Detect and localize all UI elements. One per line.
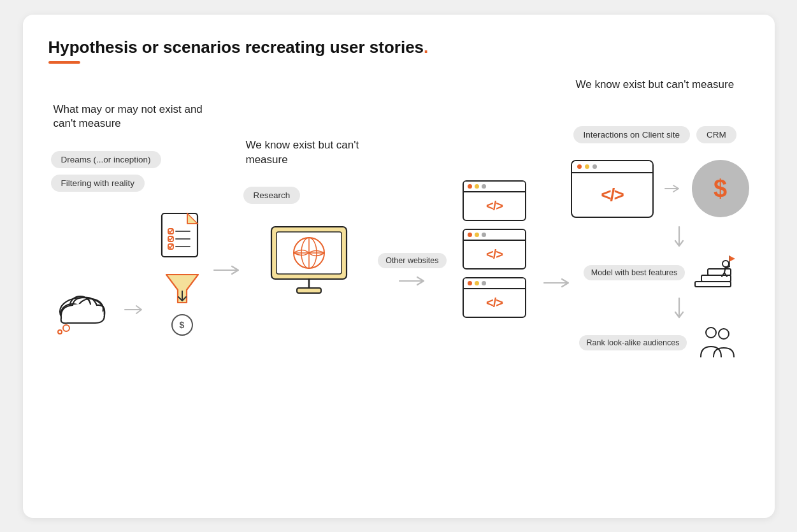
pill-filtering: Filtering with reality [51, 175, 145, 192]
other-browsers-list: </> </> [463, 180, 526, 318]
client-dot-green [592, 164, 597, 169]
col1-subtitle: What may or may not exist and can't meas… [48, 103, 213, 140]
col4-pills: Interactions on Client site CRM [571, 126, 749, 143]
monitor-area [268, 223, 350, 299]
flow-container: What may or may not exist and can't meas… [48, 78, 749, 361]
client-browser-window: </> [571, 160, 654, 218]
svg-point-8 [58, 330, 62, 334]
browser-body-2: </> [464, 241, 525, 268]
arrow-col3-col4 [543, 277, 571, 289]
code-tag-2: </> [486, 247, 503, 262]
pill-research: Research [243, 187, 301, 204]
browser-window-3: </> [463, 277, 526, 318]
arrow-cloud-to-doc [124, 304, 144, 318]
dot-green-3 [482, 281, 486, 285]
client-crm-row: </> $ [571, 160, 749, 218]
svg-rect-26 [297, 288, 321, 293]
arrow-col1-col2 [213, 264, 241, 277]
pill-client-site: Interactions on Client site [573, 126, 691, 143]
col1-icons: $ [48, 211, 213, 336]
dollar-sign-icon: $ [714, 175, 727, 203]
client-dot-yellow [585, 164, 589, 169]
svg-point-37 [706, 327, 716, 338]
rank-icon [694, 325, 740, 361]
model-icon [693, 254, 736, 292]
client-code-tag: </> [601, 185, 622, 205]
arrow-client-crm [664, 183, 682, 194]
dot-red-2 [468, 233, 472, 237]
model-label: Model with best features [584, 265, 686, 280]
document-icon [157, 211, 208, 268]
client-dot-red [577, 164, 582, 169]
browser-window-2: </> [463, 229, 526, 270]
browser-bar-2 [464, 230, 525, 241]
section-hypothesis: What may or may not exist and can't meas… [48, 103, 213, 336]
rank-label: Rank look-alike audiences [579, 335, 687, 350]
section-client-crm: We know exist but can't measure Interact… [571, 78, 749, 361]
browser-window-1: </> [463, 180, 526, 221]
code-tag-1: </> [486, 199, 503, 213]
svg-marker-36 [729, 256, 735, 261]
arrow-down-1 [635, 226, 686, 248]
small-dollar-icon: $ [171, 314, 193, 336]
other-websites-label: Other websites [378, 253, 446, 268]
svg-point-6 [78, 305, 103, 322]
crm-icon: $ [692, 160, 749, 217]
funnel-icon [160, 267, 205, 314]
section-research: We know exist but can't measure Research [241, 138, 378, 299]
arrow-down-2 [635, 297, 686, 320]
dot-red-3 [468, 281, 472, 285]
svg-point-38 [719, 329, 729, 339]
client-browser-body: </> [572, 173, 652, 217]
pill-crm: CRM [696, 126, 736, 143]
dot-red-1 [468, 184, 472, 189]
arrow-col2-col3: Other websites [378, 253, 446, 287]
section-other-websites: </> </> [447, 120, 543, 318]
browser-body-1: </> [464, 192, 525, 220]
dot-yellow-3 [475, 281, 479, 285]
col2-subtitle: We know exist but can't measure [241, 138, 378, 175]
dot-green-2 [482, 233, 486, 237]
monitor-icon [268, 223, 350, 299]
col2-pills: Research [241, 187, 378, 204]
orange-underline [48, 61, 80, 64]
svg-point-7 [63, 325, 69, 331]
main-card: Hypothesis or scenarios recreating user … [23, 15, 775, 518]
dot-yellow-1 [475, 184, 479, 189]
col4-subtitle: We know exist but can't measure [571, 78, 749, 115]
browser-bar-1 [464, 182, 525, 192]
browser-bar-3 [464, 278, 525, 289]
model-row: Model with best features [584, 254, 736, 292]
cloud-icon [54, 285, 111, 336]
code-tag-3: </> [486, 296, 503, 310]
browser-body-3: </> [464, 289, 525, 317]
page-title: Hypothesis or scenarios recreating user … [48, 38, 749, 57]
svg-rect-27 [695, 282, 731, 287]
dot-green-1 [482, 184, 486, 189]
svg-rect-29 [708, 269, 731, 275]
rank-row: Rank look-alike audiences [579, 325, 741, 361]
pill-dreams: Dreams (...or inception) [51, 151, 161, 168]
dot-yellow-2 [475, 233, 479, 237]
client-browser-bar [572, 161, 652, 173]
col1-pills: Dreams (...or inception) Filtering with … [48, 151, 213, 192]
svg-point-30 [722, 261, 729, 267]
doc-funnel-group: $ [157, 211, 208, 336]
